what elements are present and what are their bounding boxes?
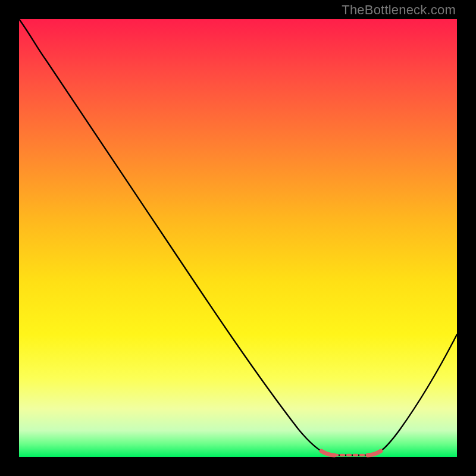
chart-frame: TheBottleneck.com	[0, 0, 476, 476]
bottleneck-curve-path	[19, 19, 457, 455]
bottleneck-curve-svg	[19, 19, 457, 457]
valley-highlight-left	[321, 451, 334, 455]
watermark-text: TheBottleneck.com	[342, 2, 456, 18]
valley-highlight-right	[368, 451, 381, 455]
